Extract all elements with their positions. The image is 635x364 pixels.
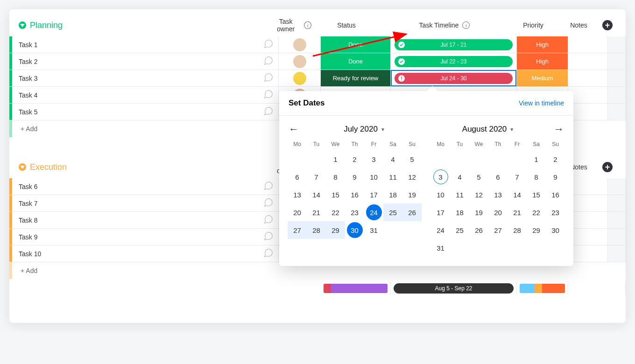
calendar-day[interactable] <box>488 239 508 257</box>
calendar-day[interactable]: 30 <box>546 221 565 239</box>
calendar-day[interactable] <box>307 150 326 168</box>
calendar-day[interactable]: 7 <box>307 168 326 186</box>
calendar-day[interactable]: 15 <box>527 186 546 203</box>
calendar-day[interactable]: 14 <box>307 186 326 203</box>
calendar-day[interactable]: 26 <box>402 203 422 221</box>
calendar-day[interactable]: 24 <box>431 221 450 239</box>
collapse-icon[interactable] <box>19 21 26 29</box>
calendar-day[interactable]: 4 <box>383 150 402 168</box>
calendar-day[interactable]: 6 <box>488 168 508 186</box>
chat-icon[interactable] <box>263 56 274 67</box>
calendar-day[interactable] <box>402 221 422 239</box>
calendar-day[interactable]: 25 <box>450 221 469 239</box>
calendar-day[interactable]: 21 <box>307 203 326 221</box>
calendar-day[interactable] <box>383 221 402 239</box>
chat-icon[interactable] <box>263 231 274 243</box>
notes-cell[interactable] <box>568 53 608 70</box>
calendar-day[interactable]: 27 <box>288 221 307 239</box>
calendar-day[interactable] <box>508 150 527 168</box>
collapse-icon[interactable] <box>19 163 26 171</box>
calendar-day[interactable]: 10 <box>364 168 383 186</box>
calendar-day[interactable] <box>450 239 469 257</box>
calendar-day[interactable]: 8 <box>326 168 345 186</box>
column-status[interactable]: Status <box>311 21 381 29</box>
column-owner[interactable]: Task owner i <box>269 18 311 33</box>
calendar-day[interactable]: 5 <box>469 168 488 186</box>
task-name-cell[interactable]: Task 5 <box>12 104 279 120</box>
calendar-day[interactable]: 29 <box>527 221 546 239</box>
calendar-day[interactable]: 29 <box>326 221 345 239</box>
calendar-day[interactable]: 22 <box>326 203 345 221</box>
prev-month-button[interactable]: ← <box>289 123 303 135</box>
calendar-day[interactable]: 2 <box>345 150 364 168</box>
calendar-day[interactable]: 9 <box>546 168 565 186</box>
calendar-day[interactable] <box>431 150 450 168</box>
calendar-day[interactable]: 17 <box>364 186 383 203</box>
calendar-day[interactable] <box>450 150 469 168</box>
calendar-day[interactable]: 26 <box>469 221 488 239</box>
task-name-cell[interactable]: Task 6 <box>12 178 279 195</box>
calendar-day[interactable]: 4 <box>450 168 469 186</box>
timeline-cell[interactable]: Jul 17 - 21 <box>391 36 517 53</box>
group-title[interactable]: Execution <box>30 162 67 172</box>
notes-cell[interactable] <box>568 245 608 262</box>
calendar-day[interactable]: 27 <box>488 221 508 239</box>
calendar-day[interactable]: 3 <box>364 150 383 168</box>
calendar-day[interactable]: 24 <box>364 203 383 221</box>
calendar-day[interactable]: 11 <box>383 168 402 186</box>
calendar-day[interactable]: 13 <box>288 186 307 203</box>
calendar-day[interactable] <box>288 150 307 168</box>
column-notes[interactable]: Notes <box>559 21 599 29</box>
calendar-day[interactable]: 1 <box>326 150 345 168</box>
calendar-day[interactable]: 15 <box>326 186 345 203</box>
task-name-cell[interactable]: Task 9 <box>12 229 279 245</box>
info-icon[interactable]: i <box>462 21 470 29</box>
calendar-day[interactable]: 22 <box>527 203 546 221</box>
chat-icon[interactable] <box>263 248 274 259</box>
chat-icon[interactable] <box>263 72 274 84</box>
calendar-day[interactable]: 14 <box>508 186 527 203</box>
calendar-day[interactable]: 19 <box>402 186 422 203</box>
calendar-day[interactable]: 13 <box>488 186 508 203</box>
notes-cell[interactable] <box>568 36 608 53</box>
calendar-day[interactable]: 20 <box>288 203 307 221</box>
calendar-day[interactable]: 23 <box>345 203 364 221</box>
chat-icon[interactable] <box>263 89 274 101</box>
notes-cell[interactable] <box>568 229 608 245</box>
notes-cell[interactable] <box>568 178 608 195</box>
column-timeline[interactable]: Task Timeline i <box>381 21 508 29</box>
calendar-day[interactable]: 21 <box>508 203 527 221</box>
calendar-day[interactable]: 2 <box>546 150 565 168</box>
timeline-cell[interactable]: Jul 22 - 23 <box>391 53 517 70</box>
notes-cell[interactable] <box>568 212 608 228</box>
chat-icon[interactable] <box>263 197 274 209</box>
priority-cell[interactable]: Medium <box>517 70 568 86</box>
calendar-day[interactable]: 28 <box>307 221 326 239</box>
chat-icon[interactable] <box>263 106 274 118</box>
calendar-day[interactable]: 23 <box>546 203 565 221</box>
status-cell[interactable]: Ready for review <box>321 70 391 86</box>
avatar[interactable] <box>293 55 306 68</box>
calendar-day[interactable]: 3 <box>431 168 450 186</box>
task-name-cell[interactable]: Task 4 <box>12 87 279 103</box>
info-icon[interactable]: i <box>304 21 311 29</box>
task-name-cell[interactable]: Task 8 <box>12 212 279 228</box>
add-column-button[interactable]: + <box>602 162 613 172</box>
calendar-day[interactable]: 8 <box>527 168 546 186</box>
calendar-day[interactable]: 25 <box>383 203 402 221</box>
calendar-day[interactable]: 7 <box>508 168 527 186</box>
notes-cell[interactable] <box>568 87 608 103</box>
notes-cell[interactable] <box>568 70 608 86</box>
next-month-button[interactable]: → <box>550 123 564 135</box>
owner-cell[interactable] <box>279 53 321 70</box>
calendar-day[interactable]: 12 <box>402 168 422 186</box>
avatar[interactable] <box>293 72 306 85</box>
calendar-day[interactable] <box>488 150 508 168</box>
chat-icon[interactable] <box>263 181 274 192</box>
calendar-day[interactable]: 16 <box>546 186 565 203</box>
calendar-day[interactable]: 16 <box>345 186 364 203</box>
calendar-day[interactable] <box>508 239 527 257</box>
avatar[interactable] <box>293 38 306 51</box>
owner-cell[interactable] <box>279 70 321 86</box>
task-name-cell[interactable]: Task 3 <box>12 70 279 86</box>
